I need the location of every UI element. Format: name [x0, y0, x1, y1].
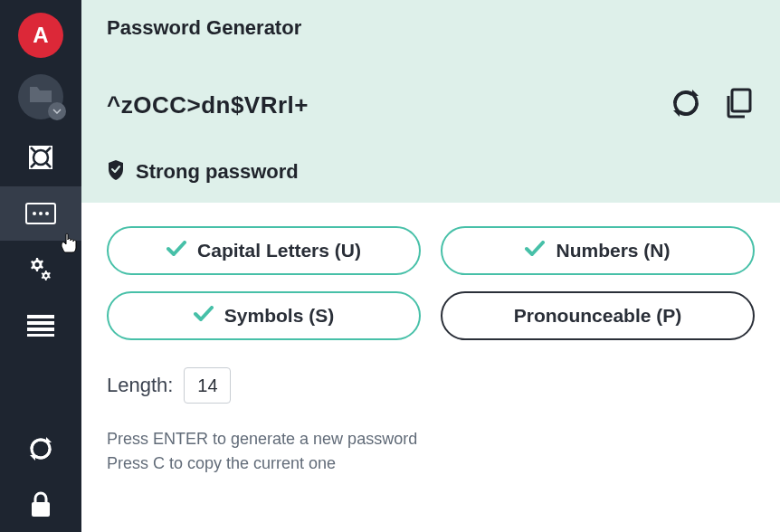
strength-label: Strong password	[136, 160, 299, 184]
vault-icon	[25, 142, 56, 173]
check-icon	[525, 240, 545, 261]
svg-rect-10	[27, 315, 54, 318]
toggle-pronounceable[interactable]: Pronounceable (P)	[441, 291, 755, 340]
sidebar: A	[0, 0, 81, 532]
hints: Press ENTER to generate a new password P…	[107, 427, 755, 476]
avatar-letter: A	[33, 23, 48, 48]
password-field-icon	[25, 198, 56, 229]
password-row: ^zOCC>dn$VRrl+	[107, 87, 755, 123]
toggle-label: Numbers (N)	[556, 240, 670, 261]
refresh-icon	[670, 87, 702, 123]
sidebar-item-lock[interactable]	[0, 478, 81, 532]
chevron-down-icon	[48, 102, 66, 120]
length-input[interactable]	[184, 367, 231, 404]
sync-icon	[25, 433, 56, 464]
sidebar-folder-button[interactable]	[18, 74, 63, 119]
length-label: Length:	[107, 374, 173, 397]
length-row: Length:	[107, 367, 755, 404]
sidebar-item-generator[interactable]	[0, 186, 81, 241]
controls-area: Capital Letters (U) Numbers (N) Symbols …	[81, 203, 780, 494]
svg-point-8	[39, 212, 43, 215]
svg-rect-12	[27, 328, 54, 331]
avatar[interactable]: A	[18, 13, 63, 58]
page-title: Password Generator	[107, 16, 755, 40]
sidebar-item-list[interactable]	[0, 299, 81, 353]
hint-line-2: Press C to copy the current one	[107, 451, 755, 476]
regenerate-button[interactable]	[670, 87, 702, 123]
toggle-label: Capital Letters (U)	[197, 240, 361, 261]
toggle-label: Symbols (S)	[224, 305, 334, 327]
check-icon	[194, 305, 214, 327]
svg-rect-14	[32, 502, 50, 517]
svg-rect-13	[27, 334, 54, 337]
check-icon	[166, 240, 186, 261]
svg-rect-11	[27, 321, 54, 325]
toggle-grid: Capital Letters (U) Numbers (N) Symbols …	[107, 226, 755, 340]
sidebar-item-vault[interactable]	[0, 130, 81, 185]
toggle-label: Pronounceable (P)	[514, 305, 682, 327]
lock-icon	[25, 489, 56, 520]
copy-icon	[722, 87, 755, 123]
header-area: Password Generator ^zOCC>dn$VRrl+	[81, 0, 780, 203]
generated-password: ^zOCC>dn$VRrl+	[107, 91, 309, 119]
password-actions	[670, 87, 755, 123]
svg-point-9	[45, 212, 49, 215]
svg-rect-15	[732, 90, 750, 111]
svg-point-7	[33, 212, 36, 215]
toggle-capital-letters[interactable]: Capital Letters (U)	[107, 226, 421, 275]
toggle-symbols[interactable]: Symbols (S)	[107, 291, 421, 340]
sidebar-item-sync[interactable]	[0, 422, 81, 476]
toggle-numbers[interactable]: Numbers (N)	[441, 226, 755, 275]
folder-icon	[29, 86, 52, 108]
gears-icon	[25, 254, 56, 285]
hint-line-1: Press ENTER to generate a new password	[107, 427, 755, 451]
strength-row: Strong password	[107, 159, 755, 185]
copy-button[interactable]	[722, 87, 755, 123]
sidebar-item-settings[interactable]	[0, 242, 81, 297]
shield-icon	[107, 159, 125, 185]
list-icon	[25, 310, 56, 341]
main-content: Password Generator ^zOCC>dn$VRrl+	[81, 0, 780, 532]
